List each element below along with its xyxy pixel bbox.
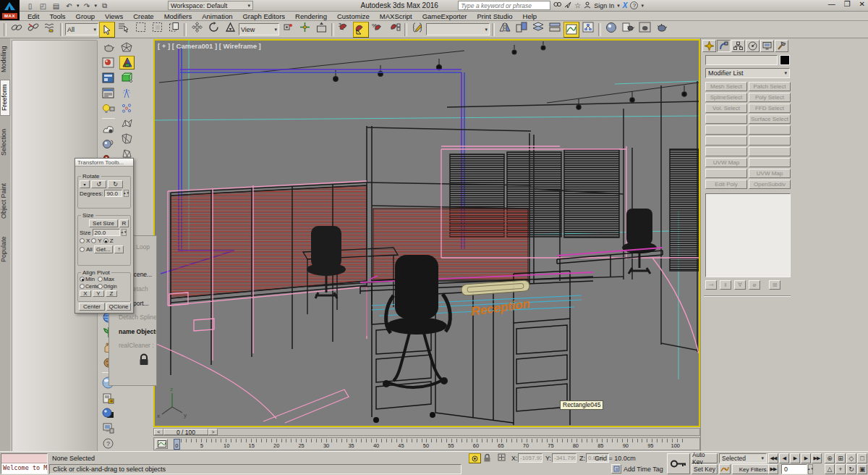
size-z-radio[interactable] (103, 238, 109, 243)
folded-surface-icon-2[interactable] (119, 132, 135, 146)
modifier-button[interactable]: Edit Poly (705, 180, 747, 189)
schematic-view-icon[interactable] (580, 22, 596, 38)
menu-item[interactable]: Print Studio (472, 12, 517, 20)
menu-item[interactable]: Customize (332, 12, 375, 20)
pin-stack-icon[interactable]: ⊸ (705, 280, 717, 290)
favorites-star-icon[interactable]: ☆ (574, 1, 581, 9)
tab-motion[interactable] (746, 40, 760, 52)
polyhedron-icon[interactable] (119, 41, 135, 54)
tab-freeform[interactable]: Freeform (0, 80, 10, 116)
selection-set-dropdown[interactable]: Selected ▾ (719, 453, 767, 463)
camera-viewport[interactable]: [ + ] [ Camera001 ] [ Wireframe ] (153, 39, 700, 427)
modifier-list-dropdown[interactable]: Modifier List ▾ (705, 68, 790, 78)
r-button[interactable]: R (119, 219, 129, 227)
rectangular-selection-region-icon[interactable] (132, 22, 148, 38)
tab-utilities[interactable] (775, 40, 788, 52)
qclone-button[interactable]: QClone (106, 303, 131, 311)
spinner-snap-toggle-icon[interactable] (386, 22, 402, 38)
angle-snap-toggle-icon[interactable] (353, 22, 369, 38)
prev-frame-arrow[interactable]: < (154, 429, 163, 435)
undo-icon[interactable]: ↶ (64, 1, 75, 11)
help-icon[interactable]: ? (630, 1, 638, 9)
play-button[interactable]: ▶ (790, 453, 800, 463)
selection-filter-dropdown[interactable]: All▾ (65, 23, 98, 35)
modifier-button[interactable]: Vol. Select (705, 104, 747, 113)
menu-item-rename-objects[interactable]: name Objects (119, 328, 157, 335)
modifier-button[interactable] (749, 147, 791, 156)
modifier-button[interactable]: OpenSubdiv (749, 180, 791, 189)
dialog-title-bar[interactable]: Transform Toolb... (75, 159, 133, 167)
previous-frame-button[interactable]: ◀ (779, 453, 789, 463)
zoom-extents-icon[interactable]: ◇ (846, 453, 856, 463)
pivot-max-radio[interactable] (98, 277, 103, 282)
menu-item[interactable]: GameExporter (417, 12, 472, 20)
object-color-swatch[interactable] (780, 55, 790, 65)
isolate-selection-icon[interactable] (469, 453, 481, 463)
select-and-rotate-icon[interactable] (205, 22, 221, 38)
rendered-frame-window-icon[interactable] (637, 22, 652, 38)
pan-icon[interactable]: + (835, 464, 846, 474)
maximize-button[interactable]: ❐ (844, 0, 851, 8)
lightbulb-icon[interactable] (101, 101, 116, 115)
snap-toggle-3d-icon[interactable]: 3 (336, 22, 352, 38)
search-input[interactable] (458, 1, 550, 10)
modifier-button[interactable]: UVW Map (749, 169, 791, 178)
scatter-dots-icon[interactable] (119, 101, 135, 115)
redo-caret-icon[interactable]: ▾ (95, 3, 98, 9)
go-to-end-button[interactable]: ▶▶ (812, 453, 822, 463)
primitives-pyramid-icon[interactable] (119, 56, 135, 70)
menu-item[interactable]: Tools (44, 12, 70, 20)
keyboard-override-icon[interactable] (313, 22, 329, 38)
search-icon[interactable] (553, 1, 561, 10)
maximize-viewport-icon[interactable]: ▣ (857, 464, 867, 474)
modifier-button[interactable]: Poly Select (749, 93, 791, 102)
tab-hierarchy[interactable] (731, 40, 745, 52)
menu-item[interactable]: Views (100, 12, 128, 20)
tab-selection[interactable]: Selection (0, 123, 10, 161)
auto-key-button[interactable]: Auto Key (692, 453, 718, 463)
modifier-button[interactable]: UVW Map (705, 158, 747, 167)
zoom-all-icon[interactable]: ⊞ (835, 453, 846, 463)
viewport-label[interactable]: [ + ] [ Camera001 ] [ Wireframe ] (158, 42, 261, 50)
minimize-button[interactable]: — (828, 0, 835, 8)
set-keys-button[interactable] (667, 453, 690, 474)
undo-caret-icon[interactable]: ▾ (77, 3, 80, 9)
ribbon-toggle-icon[interactable] (547, 22, 563, 38)
orbit-icon[interactable]: ↻ (846, 464, 856, 474)
folded-surface-icon-1[interactable] (119, 117, 135, 130)
configure-modifier-sets-icon[interactable]: ⊞ (769, 280, 780, 290)
percent-snap-toggle-icon[interactable]: % (370, 22, 386, 38)
select-by-name-icon[interactable] (116, 22, 132, 38)
help-circle-icon[interactable]: ? (101, 437, 116, 450)
material-editor-icon[interactable] (603, 22, 619, 38)
window-crossing-toggle-icon[interactable] (166, 22, 182, 38)
communication-icon[interactable] (564, 1, 571, 10)
rotate-cw-button[interactable]: ↻ (108, 180, 123, 188)
sphere-shadow-icon[interactable] (101, 406, 116, 420)
3dsmax-logo[interactable]: MAX (0, 0, 20, 20)
teapot-icon[interactable] (101, 41, 116, 54)
modifier-button[interactable] (705, 125, 747, 135)
unlink-selection-icon[interactable] (25, 22, 41, 38)
signin-label[interactable]: Sign In (594, 2, 614, 9)
menu-item[interactable]: Modifiers (159, 12, 197, 20)
size-y-radio[interactable] (91, 238, 96, 243)
project-folder-icon[interactable]: ⧉ (99, 1, 110, 11)
key-curve-icon[interactable] (719, 464, 731, 474)
edit-named-sets-icon[interactable] (409, 22, 425, 38)
environment-icon[interactable] (101, 122, 116, 135)
modifier-button[interactable]: Surface Select (749, 114, 791, 124)
menu-item[interactable]: Create (128, 12, 159, 20)
layer-manager-icon[interactable] (530, 22, 546, 38)
modifier-button[interactable]: FFD Select (749, 104, 791, 113)
tab-modify[interactable] (717, 40, 731, 52)
field-of-view-icon[interactable]: △ (825, 464, 835, 474)
modifier-button[interactable] (749, 136, 791, 146)
new-file-icon[interactable]: ▯ (25, 1, 35, 11)
track-bar[interactable]: 0510152025303540455055606570758085909510… (153, 437, 700, 450)
tab-object-paint[interactable]: Object Paint (0, 177, 10, 224)
size-all-radio[interactable] (80, 247, 85, 252)
signin-user-icon[interactable] (584, 1, 591, 10)
menu-item[interactable]: Graph Editors (237, 12, 290, 20)
size-x-radio[interactable] (80, 238, 85, 243)
